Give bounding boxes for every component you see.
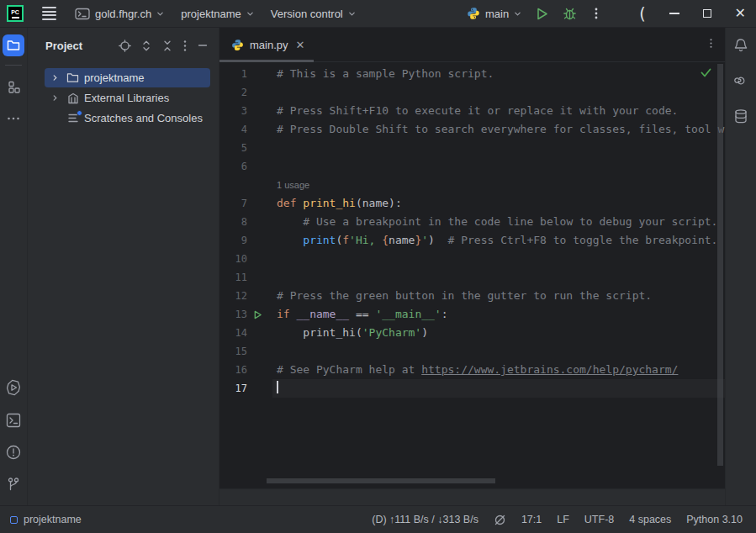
code-line[interactable] <box>272 379 725 398</box>
left-toolwindow-stripe <box>0 28 28 505</box>
vertical-scrollbar[interactable] <box>717 64 723 466</box>
sidebar-item-structure[interactable] <box>3 76 24 98</box>
code-line[interactable]: # Press Shift+F10 to execute it or repla… <box>272 102 725 120</box>
chevron-right-icon[interactable] <box>48 74 61 82</box>
maximize-button[interactable] <box>703 9 711 18</box>
inspections-ok-icon[interactable] <box>700 68 711 78</box>
network-speed-widget[interactable]: (D) ↑111 B/s / ↓313 B/s <box>372 514 478 525</box>
code-line[interactable]: # This is a sample Python script. <box>272 65 725 83</box>
gutter-line: 1 <box>219 65 272 83</box>
project-widget-icon <box>10 516 18 524</box>
gutter-line: 2 <box>219 83 272 102</box>
inlay-hint-line[interactable]: 1 usage <box>272 176 725 194</box>
sidebar-item-database[interactable] <box>733 108 748 128</box>
vcs-selector[interactable]: Version control <box>271 8 356 20</box>
editor-code[interactable]: # This is a sample Python script.# Press… <box>272 62 725 488</box>
run-line-button[interactable] <box>253 310 262 319</box>
tree-item-project-root[interactable]: projektname <box>45 68 210 87</box>
folder-icon <box>7 40 20 51</box>
code-line[interactable]: # Press the green button in the gutter t… <box>272 287 725 305</box>
sidebar-item-version-control[interactable] <box>7 477 20 495</box>
expand-all-button[interactable] <box>140 40 152 52</box>
collapse-all-button[interactable] <box>161 40 173 52</box>
tree-item-scratches[interactable]: Scratches and Consoles <box>45 108 210 128</box>
caret-position-widget[interactable]: 17:1 <box>521 514 542 525</box>
git-branch-icon <box>7 477 20 492</box>
sidebar-item-problems[interactable] <box>6 445 21 463</box>
debug-button[interactable] <box>563 7 577 21</box>
code-line[interactable]: # See PyCharm help at https://www.jetbra… <box>272 361 725 379</box>
run-button[interactable] <box>535 7 549 21</box>
remote-host-label: gold.fhgr.ch <box>95 8 151 20</box>
chevron-down-icon <box>156 10 164 18</box>
editor-viewport[interactable]: 1234567891011121314151617 # This is a sa… <box>219 62 725 488</box>
code-token: # See PyCharm help at <box>277 363 421 376</box>
main-menu-button[interactable] <box>40 5 58 22</box>
code-token: '__main__' <box>375 308 441 320</box>
sidebar-item-ai-assistant[interactable] <box>733 73 748 92</box>
code-token: def <box>277 197 303 209</box>
tree-item-label: Scratches and Consoles <box>84 112 203 124</box>
gutter-line: 4 <box>219 120 272 139</box>
editor-options-button[interactable] <box>709 37 725 53</box>
gutter-line: 14 <box>219 324 272 342</box>
code-token: 'PyCharm' <box>362 326 421 339</box>
inspection-highlighting-icon[interactable] <box>494 514 506 526</box>
code-token: # This is a sample Python script. <box>277 67 494 80</box>
minimize-button[interactable] <box>669 13 679 14</box>
more-actions-button[interactable] <box>590 7 602 20</box>
tab-main-py[interactable]: main.py ✕ <box>219 28 314 61</box>
status-project-widget[interactable]: projektname <box>10 514 82 525</box>
problems-icon <box>6 445 21 460</box>
code-line[interactable]: def print_hi(name): <box>272 194 725 213</box>
gutter-line: 8 <box>219 213 272 231</box>
sidebar-item-run[interactable] <box>5 379 22 399</box>
status-project-label: projektname <box>24 514 82 525</box>
sidebar-item-more-toolwindows[interactable] <box>3 108 24 129</box>
code-token: { <box>382 234 389 246</box>
project-selector[interactable]: projektname <box>181 8 254 20</box>
close-button[interactable]: ✕ <box>735 7 746 20</box>
pycharm-window: PC gold.fhgr.ch projektname <box>0 0 756 533</box>
horizontal-scrollbar[interactable] <box>267 478 495 483</box>
bell-icon <box>733 38 748 53</box>
scratches-icon <box>66 113 80 124</box>
code-line[interactable]: print(f'Hi, {name}') # Press Ctrl+F8 to … <box>272 231 725 250</box>
code-line[interactable] <box>272 250 725 268</box>
interpreter-widget[interactable]: Python 3.10 <box>686 514 743 525</box>
sidebar-item-notifications[interactable] <box>733 38 748 56</box>
encoding-widget[interactable]: UTF-8 <box>584 514 614 525</box>
indent-widget[interactable]: 4 spaces <box>629 514 671 525</box>
code-line[interactable] <box>272 139 725 157</box>
python-logo-icon <box>467 7 480 20</box>
pycharm-logo-icon: PC <box>7 5 24 22</box>
python-file-icon <box>231 39 244 51</box>
tree-item-external-libraries[interactable]: External Libraries <box>45 88 210 108</box>
tree-item-label: External Libraries <box>84 92 169 104</box>
terminal-icon <box>6 413 21 428</box>
panel-options-button[interactable] <box>182 40 188 52</box>
code-line[interactable]: # Press Double Shift to search everywher… <box>272 120 725 139</box>
code-line[interactable]: # Use a breakpoint in the code line belo… <box>272 213 725 231</box>
stripe-divider <box>5 65 22 66</box>
code-line[interactable] <box>272 342 725 361</box>
line-separator-widget[interactable]: LF <box>557 514 569 525</box>
code-line[interactable]: print_hi('PyCharm') <box>272 324 725 342</box>
chevron-right-icon[interactable] <box>48 94 61 102</box>
code-line[interactable] <box>272 268 725 287</box>
run-configuration-selector[interactable]: main <box>467 7 521 20</box>
sidebar-item-project[interactable] <box>3 34 24 56</box>
code-token: if <box>277 308 296 320</box>
more-icon <box>7 116 20 121</box>
code-line[interactable]: if __name__ == '__main__': <box>272 305 725 324</box>
code-line[interactable] <box>272 157 725 176</box>
select-opened-file-button[interactable] <box>119 40 131 52</box>
library-icon <box>66 92 80 104</box>
hide-panel-button[interactable] <box>197 40 209 51</box>
code-line[interactable] <box>272 83 725 102</box>
sidebar-item-terminal[interactable] <box>6 413 21 431</box>
remote-host-selector[interactable]: gold.fhgr.ch <box>75 8 164 20</box>
tab-close-icon[interactable]: ✕ <box>296 39 305 51</box>
gutter-line: 17 <box>219 379 272 398</box>
crescent-moon-icon[interactable]: ( <box>639 6 645 22</box>
